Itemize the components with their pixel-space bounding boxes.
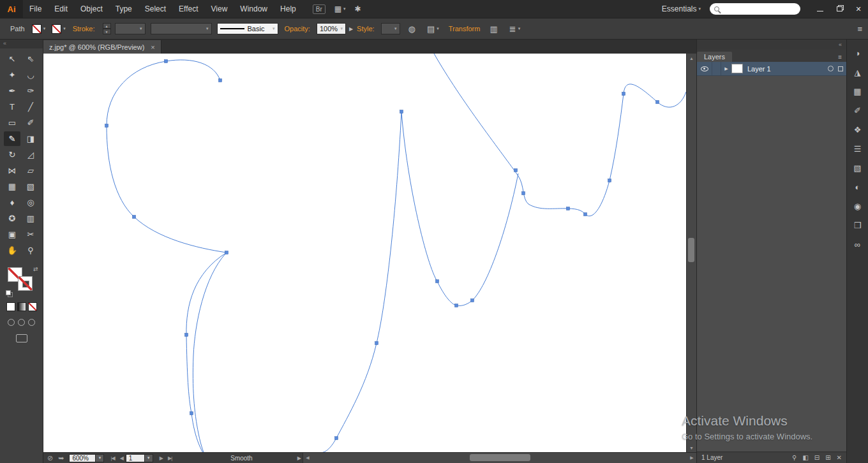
anchor-point[interactable] [436,280,439,283]
menu-file[interactable]: File [23,0,48,18]
vertical-scroll-track[interactable] [687,62,696,443]
menu-window[interactable]: Window [234,0,274,18]
panel-gradient-icon[interactable]: ▧ [850,160,865,175]
panel-graphic-styles-icon[interactable]: ❒ [850,217,865,233]
scroll-right-icon[interactable]: ▶ [687,455,696,460]
draw-behind-button[interactable] [18,319,25,326]
stepper-up-icon[interactable]: ▲ [103,23,111,29]
anchor-point[interactable] [335,437,338,440]
opacity-panel-link[interactable]: Opacity: [285,25,310,33]
brush-definition-select[interactable]: Basic ▾ [217,23,278,34]
scroll-down-icon[interactable]: ▼ [689,443,694,452]
next-artboard-icon[interactable]: ▶ [160,455,163,461]
search-box[interactable] [710,3,800,15]
panel-color-icon[interactable]: ◑ [850,45,865,61]
type-tool[interactable]: T [4,99,20,114]
horizontal-scroll-thumb[interactable] [470,454,530,461]
search-input[interactable] [722,5,796,13]
last-artboard-icon[interactable]: ▶| [168,455,172,461]
toolbar-collapse-icon[interactable]: « [0,40,43,48]
pen-tool[interactable]: ✒ [4,84,20,98]
distribute-objects-icon[interactable]: ≣ ▾ [509,24,520,34]
bezier-path[interactable] [193,253,226,452]
transform-panel-link[interactable]: Transform [449,25,481,33]
anchor-point[interactable] [105,124,108,128]
control-panel-menu-icon[interactable]: ≡ [857,24,862,34]
width-tool[interactable]: ⋈ [4,163,20,178]
restore-button[interactable] [830,0,849,18]
draw-normal-button[interactable] [8,319,15,326]
anchor-point[interactable] [567,207,570,210]
anchor-point[interactable] [656,101,659,104]
eraser-tool[interactable]: ◨ [22,131,39,146]
blend-tool[interactable]: ◎ [22,195,39,210]
first-artboard-icon[interactable]: |◀ [110,455,114,461]
panel-transparency-icon[interactable]: ◐ [850,179,865,195]
app-logo-icon[interactable]: Ai [0,0,23,18]
draw-inside-button[interactable] [28,319,35,326]
panel-links-icon[interactable]: ∞ [850,237,865,252]
layer-selection-indicator[interactable] [838,66,843,71]
bezier-path[interactable] [434,54,686,216]
default-fill-stroke-icon[interactable] [6,290,11,295]
horizontal-scrollbar[interactable]: ◀ ▶ [303,453,696,463]
prev-artboard-icon[interactable]: ◀ [120,455,123,461]
anchor-point[interactable] [375,342,378,345]
direct-selection-tool[interactable]: ⇖ [22,52,39,66]
minimize-button[interactable] [811,0,830,18]
menu-type[interactable]: Type [109,0,138,18]
stroke-width-stepper[interactable]: ▲ ▼ [103,23,111,34]
mesh-tool[interactable]: ▦ [4,179,20,194]
menu-help[interactable]: Help [274,0,303,18]
make-clipping-mask-icon[interactable]: ◧ [802,454,808,461]
delete-selection-icon[interactable]: ✕ [837,454,842,461]
status-rotate-view-icon[interactable]: ⊘ [47,454,53,462]
free-transform-tool[interactable]: ▱ [22,163,39,178]
slice-tool[interactable]: ✂ [22,227,39,242]
panel-appearance-icon[interactable]: ◉ [850,198,865,214]
stroke-color-dropdown[interactable]: ▾ [52,24,66,34]
anchor-point[interactable] [608,179,611,182]
swap-fill-stroke-icon[interactable]: ⇄ [33,266,38,272]
arrange-documents-icon[interactable]: ▦ ▾ [334,4,346,13]
panel-symbols-icon[interactable]: ❖ [850,122,865,137]
bezier-path[interactable] [186,253,227,452]
symbol-sprayer-tool[interactable]: ✪ [4,211,20,226]
anchor-point[interactable] [522,192,525,195]
bezier-path[interactable] [401,112,518,305]
anchor-point[interactable] [190,412,193,415]
color-button[interactable] [6,302,15,311]
fill-color-dropdown[interactable]: ▾ [32,24,46,34]
status-flyout-icon[interactable]: ▶ [297,455,301,461]
menu-edit[interactable]: Edit [48,0,74,18]
layer-visibility-toggle[interactable] [697,62,712,75]
panel-menu-icon[interactable]: ≡ [838,54,842,62]
recolor-artwork-icon[interactable]: ◍ [408,24,415,34]
anchor-point[interactable] [455,304,458,307]
scroll-left-icon[interactable]: ◀ [303,455,312,460]
none-button[interactable] [28,302,37,311]
lasso-tool[interactable]: ◡ [22,68,39,82]
stroke-color-well[interactable] [18,276,33,291]
curvature-tool[interactable]: ✑ [22,84,39,98]
gpu-performance-icon[interactable]: ✱ [355,4,361,13]
anchor-point[interactable] [185,334,188,337]
layer-row[interactable]: ▶ Layer 1 [697,62,846,76]
opacity-flyout-icon[interactable]: ▶ [349,26,353,32]
stepper-down-icon[interactable]: ▼ [103,29,111,34]
style-panel-link[interactable]: Style: [357,25,375,33]
gradient-tool[interactable]: ▧ [22,179,39,194]
line-segment-tool[interactable]: ╱ [22,99,39,114]
stroke-panel-link[interactable]: Stroke: [73,25,95,33]
screen-mode-button[interactable] [16,334,27,342]
panel-brushes-icon[interactable]: ✐ [850,103,865,118]
artboard-dropdown-icon[interactable]: ▼ [145,454,153,462]
artboard-field[interactable]: 1 [126,454,145,462]
pencil-tool[interactable]: ✎ [4,131,20,146]
layer-name[interactable]: Layer 1 [747,65,828,73]
menu-select[interactable]: Select [138,0,172,18]
anchor-point[interactable] [133,216,136,219]
panel-stroke-icon[interactable]: ☰ [850,141,865,156]
tab-close-icon[interactable]: × [151,43,154,51]
zoom-field[interactable]: 600% [69,454,96,462]
